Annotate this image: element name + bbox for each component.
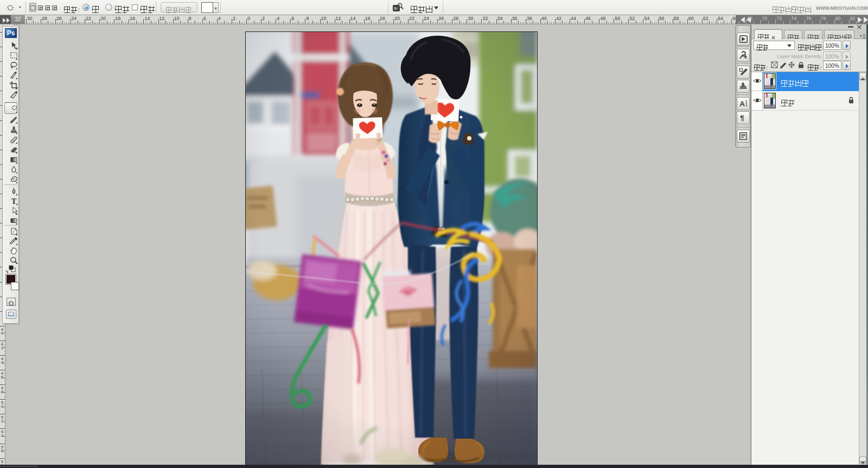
svg-text:¶: ¶ — [740, 114, 744, 122]
svg-text:Br: Br — [394, 7, 398, 10]
svg-text:A: A — [739, 100, 745, 108]
